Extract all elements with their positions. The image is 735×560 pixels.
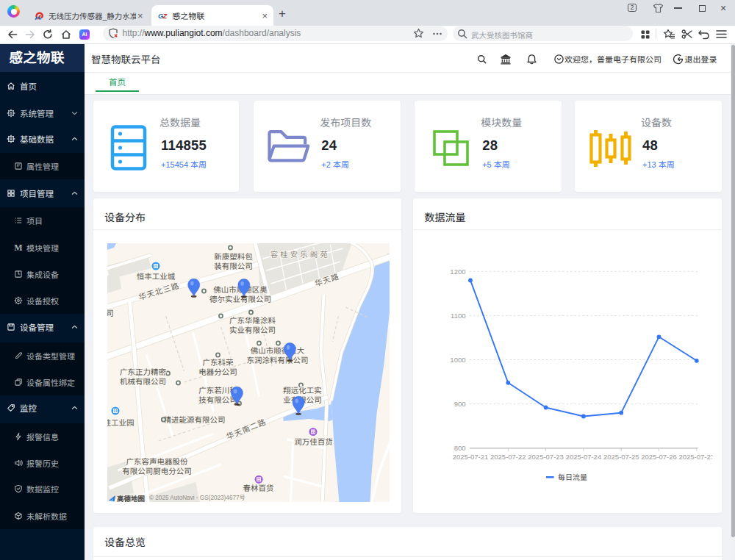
svg-text:翔远化工实: 翔远化工实 bbox=[283, 385, 322, 394]
svg-text:胜工业园: 胜工业园 bbox=[107, 417, 135, 426]
svg-text:新康塑料包: 新康塑料包 bbox=[214, 251, 253, 260]
svg-text:1100: 1100 bbox=[451, 311, 465, 319]
svg-text:2025-07-27: 2025-07-27 bbox=[678, 452, 712, 460]
svg-text:1000: 1000 bbox=[450, 355, 465, 363]
svg-text:2025-07-23: 2025-07-23 bbox=[528, 452, 564, 460]
svg-text:2025-07-24: 2025-07-24 bbox=[566, 452, 602, 460]
svg-text:佛山市顺德区大: 佛山市顺德区大 bbox=[250, 346, 304, 355]
svg-text:高德地图: 高德地图 bbox=[117, 495, 145, 503]
svg-text:800: 800 bbox=[454, 444, 466, 452]
svg-text:恒丰工业城: 恒丰工业城 bbox=[136, 271, 175, 280]
svg-text:春林百货: 春林百货 bbox=[243, 483, 273, 492]
svg-text:广东科荣: 广东科荣 bbox=[202, 358, 233, 367]
svg-text:装有限公司: 装有限公司 bbox=[214, 261, 253, 270]
svg-text:容桂安乐阁苑: 容桂安乐阁苑 bbox=[270, 249, 329, 258]
svg-text:广东华隆涂料: 广东华隆涂料 bbox=[229, 316, 276, 325]
svg-text:2025-07-26: 2025-07-26 bbox=[641, 452, 677, 460]
svg-text:润万佳百货: 润万佳百货 bbox=[294, 437, 333, 445]
svg-text:实业有限公司: 实业有限公司 bbox=[229, 326, 276, 334]
svg-text:900: 900 bbox=[454, 400, 466, 408]
svg-text:2025-07-22: 2025-07-22 bbox=[490, 452, 526, 460]
svg-text:有限公司厨电分公司: 有限公司厨电分公司 bbox=[122, 466, 192, 475]
svg-text:2025-07-25: 2025-07-25 bbox=[603, 452, 639, 460]
svg-text:德尔实业有限公司: 德尔实业有限公司 bbox=[209, 294, 271, 303]
svg-text:1200: 1200 bbox=[450, 267, 465, 275]
svg-text:机械有限公司: 机械有限公司 bbox=[120, 376, 166, 385]
svg-text:2025-07-21: 2025-07-21 bbox=[453, 452, 489, 460]
svg-text:每日流量: 每日流量 bbox=[558, 473, 587, 481]
svg-text:© 2025 AutoNavi - GS(2023)4677: © 2025 AutoNavi - GS(2023)4677号 bbox=[149, 495, 245, 501]
svg-text:技有限公司: 技有限公司 bbox=[198, 395, 237, 403]
svg-text:东润涂料有限公司: 东润涂料有限公司 bbox=[246, 356, 308, 365]
svg-text:广东正力精密: 广东正力精密 bbox=[120, 367, 166, 376]
svg-text:司: 司 bbox=[107, 309, 114, 317]
svg-text:电器分公司: 电器分公司 bbox=[198, 367, 237, 376]
svg-text:广东容声电器股份: 广东容声电器股份 bbox=[126, 456, 187, 465]
svg-text:精进能源有限公司: 精进能源有限公司 bbox=[163, 414, 225, 423]
